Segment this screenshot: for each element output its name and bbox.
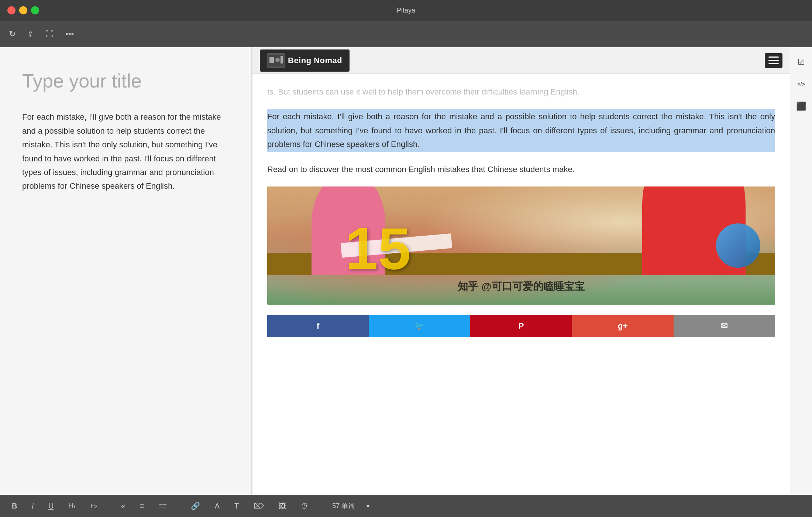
- browser-panel: Being Nomad ts. But students can use it …: [252, 47, 790, 495]
- number-overlay: 15: [345, 215, 411, 283]
- image-button[interactable]: 🖼: [276, 500, 289, 512]
- being-nomad-logo[interactable]: Being Nomad: [260, 49, 350, 72]
- close-button[interactable]: [7, 6, 16, 14]
- highlighted-paragraph[interactable]: For each mistake, I'll give both a reaso…: [267, 109, 775, 152]
- social-share-bar: f 🐦 P g+ ✉: [267, 315, 775, 337]
- title-bar: Pitaya: [0, 0, 812, 21]
- hamburger-line-2: [768, 60, 779, 61]
- fullscreen-icon[interactable]: ⛶: [45, 29, 54, 39]
- pinterest-share-button[interactable]: P: [470, 315, 572, 337]
- toolbar: ↻ ⇪ ⛶ •••: [0, 21, 812, 47]
- strikethrough-button[interactable]: ⌦: [251, 500, 267, 512]
- share-icon[interactable]: ⇪: [27, 30, 34, 38]
- hamburger-line-1: [768, 57, 779, 58]
- list-button[interactable]: ≡: [137, 500, 147, 512]
- status-bar: B i U H₁ H₂ « ≡ ≡≡ 🔗 A T ⌦ 🖼 ⏱ 57 单词 ▾: [0, 495, 812, 517]
- editor-body-text[interactable]: For each mistake, I'll give both a reaso…: [22, 110, 229, 193]
- heading1-button[interactable]: H₁: [65, 500, 79, 511]
- quote-button[interactable]: «: [118, 500, 128, 512]
- text-color-button[interactable]: A: [212, 500, 223, 512]
- refresh-icon[interactable]: ↻: [9, 29, 16, 39]
- word-count-display: 57 单词: [332, 501, 355, 510]
- word-count-dropdown[interactable]: ▾: [364, 501, 372, 511]
- right-sidebar: ☑ </> ⬛: [790, 47, 812, 495]
- main-container: Type your title For each mistake, I'll g…: [0, 47, 812, 495]
- browser-partial-top-text: ts. But students can use it well to help…: [267, 85, 775, 99]
- browser-toolbar: Being Nomad: [252, 47, 790, 74]
- browser-read-on-text: Read on to discover the most common Engl…: [267, 162, 775, 176]
- italic-button[interactable]: i: [29, 500, 36, 512]
- minimize-button[interactable]: [19, 6, 27, 14]
- underline-button[interactable]: U: [45, 500, 56, 512]
- email-share-button[interactable]: ✉: [674, 315, 775, 337]
- hamburger-line-3: [768, 63, 779, 64]
- partial-text-faded: ts. But students can use it well to help…: [267, 87, 579, 96]
- hamburger-menu[interactable]: [765, 53, 782, 68]
- check-icon[interactable]: ☑: [794, 55, 809, 69]
- svg-point-2: [275, 58, 280, 62]
- heading2-button[interactable]: H₂: [87, 501, 100, 511]
- tray-icon[interactable]: ⬛: [794, 99, 809, 114]
- article-image: 知乎 @可口可爱的瞌睡宝宝 15: [267, 186, 775, 305]
- link-button[interactable]: 🔗: [188, 500, 203, 512]
- svg-rect-1: [269, 57, 274, 63]
- toolbar-divider-2: [179, 501, 179, 510]
- maximize-button[interactable]: [31, 6, 39, 14]
- traffic-lights: [7, 6, 39, 14]
- editor-panel: Type your title For each mistake, I'll g…: [0, 47, 251, 495]
- twitter-share-button[interactable]: 🐦: [369, 315, 470, 337]
- facebook-share-button[interactable]: f: [267, 315, 369, 337]
- ordered-list-button[interactable]: ≡≡: [156, 501, 170, 511]
- timer-button[interactable]: ⏱: [298, 500, 311, 512]
- svg-rect-3: [281, 56, 283, 64]
- editor-title-placeholder[interactable]: Type your title: [22, 69, 229, 92]
- toolbar-divider-3: [320, 501, 320, 510]
- font-button[interactable]: T: [231, 500, 242, 512]
- toolbar-divider-1: [109, 501, 109, 510]
- window-title: Pitaya: [397, 7, 415, 14]
- googleplus-share-button[interactable]: g+: [572, 315, 674, 337]
- logo-icon: [267, 53, 285, 68]
- logo-text: Being Nomad: [288, 56, 342, 65]
- code-icon[interactable]: </>: [794, 77, 809, 92]
- bold-button[interactable]: B: [9, 500, 20, 512]
- zhihu-watermark: 知乎 @可口可爱的瞌睡宝宝: [458, 280, 584, 294]
- browser-content: ts. But students can use it well to help…: [252, 74, 790, 495]
- more-icon[interactable]: •••: [65, 29, 74, 39]
